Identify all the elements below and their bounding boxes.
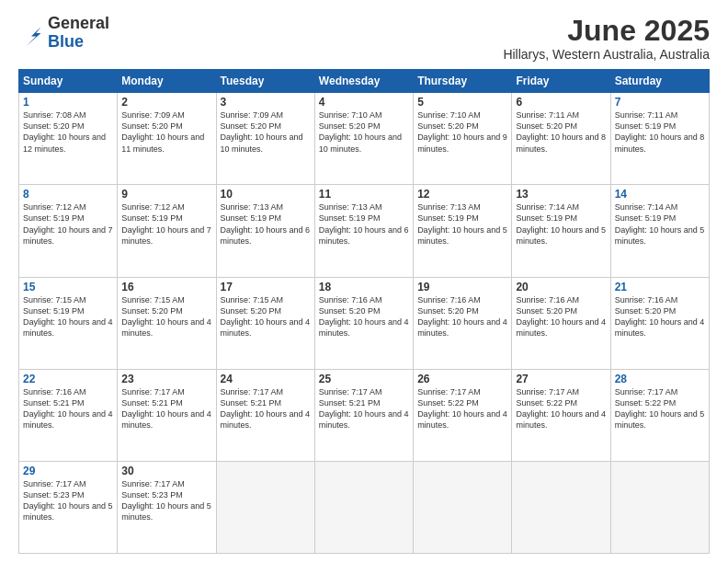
sunrise-label: Sunrise: 7:09 AM <box>121 110 185 120</box>
day-number: 27 <box>516 373 606 385</box>
calendar-week-row: 29 Sunrise: 7:17 AM Sunset: 5:23 PM Dayl… <box>19 461 710 553</box>
header: General Blue June 2025 Hillarys, Western… <box>18 15 710 62</box>
day-info: Sunrise: 7:16 AM Sunset: 5:20 PM Dayligh… <box>417 294 507 339</box>
day-number: 3 <box>221 96 311 109</box>
table-row: 29 Sunrise: 7:17 AM Sunset: 5:23 PM Dayl… <box>19 461 118 553</box>
sunset-label: Sunset: 5:19 PM <box>23 213 85 223</box>
table-row: 23 Sunrise: 7:17 AM Sunset: 5:21 PM Dayl… <box>118 369 216 461</box>
table-row: 14 Sunrise: 7:14 AM Sunset: 5:19 PM Dayl… <box>610 185 709 277</box>
day-info: Sunrise: 7:17 AM Sunset: 5:21 PM Dayligh… <box>121 386 211 431</box>
sunrise-label: Sunrise: 7:17 AM <box>516 387 579 396</box>
day-number: 30 <box>121 465 211 477</box>
day-info: Sunrise: 7:13 AM Sunset: 5:19 PM Dayligh… <box>417 201 507 247</box>
table-row: 21 Sunrise: 7:16 AM Sunset: 5:20 PM Dayl… <box>610 277 709 369</box>
calendar-week-row: 8 Sunrise: 7:12 AM Sunset: 5:19 PM Dayli… <box>19 185 710 277</box>
sunset-label: Sunset: 5:20 PM <box>319 121 381 131</box>
daylight-label: Daylight: 10 hours and 4 minutes. <box>615 317 705 338</box>
table-row: 12 Sunrise: 7:13 AM Sunset: 5:19 PM Dayl… <box>414 185 512 277</box>
day-number: 19 <box>417 281 507 293</box>
table-row <box>512 461 610 553</box>
table-row <box>314 461 413 553</box>
sunset-label: Sunset: 5:20 PM <box>319 306 381 316</box>
sunset-label: Sunset: 5:21 PM <box>319 398 381 408</box>
table-row: 4 Sunrise: 7:10 AM Sunset: 5:20 PM Dayli… <box>314 93 413 185</box>
table-row: 17 Sunrise: 7:15 AM Sunset: 5:20 PM Dayl… <box>216 277 314 369</box>
daylight-label: Daylight: 10 hours and 12 minutes. <box>23 132 106 153</box>
table-row: 6 Sunrise: 7:11 AM Sunset: 5:20 PM Dayli… <box>512 93 610 185</box>
day-info: Sunrise: 7:15 AM Sunset: 5:20 PM Dayligh… <box>121 294 211 339</box>
sunset-label: Sunset: 5:20 PM <box>417 306 479 316</box>
header-saturday: Saturday <box>610 70 709 93</box>
daylight-label: Daylight: 10 hours and 6 minutes. <box>319 225 409 246</box>
daylight-label: Daylight: 10 hours and 5 minutes. <box>615 409 705 430</box>
header-tuesday: Tuesday <box>216 70 314 93</box>
sunrise-label: Sunrise: 7:13 AM <box>417 202 481 212</box>
table-row <box>610 461 709 553</box>
sunset-label: Sunset: 5:19 PM <box>417 213 479 223</box>
sunset-label: Sunset: 5:19 PM <box>221 213 282 223</box>
table-row: 22 Sunrise: 7:16 AM Sunset: 5:21 PM Dayl… <box>19 369 118 461</box>
table-row: 9 Sunrise: 7:12 AM Sunset: 5:19 PM Dayli… <box>118 185 216 277</box>
daylight-label: Daylight: 10 hours and 4 minutes. <box>121 317 211 338</box>
table-row: 10 Sunrise: 7:13 AM Sunset: 5:19 PM Dayl… <box>216 185 314 277</box>
sunset-label: Sunset: 5:19 PM <box>615 213 677 223</box>
sunrise-label: Sunrise: 7:16 AM <box>516 295 579 304</box>
sunrise-label: Sunrise: 7:10 AM <box>319 110 382 120</box>
month-title: June 2025 <box>503 15 710 47</box>
table-row: 15 Sunrise: 7:15 AM Sunset: 5:19 PM Dayl… <box>19 277 118 369</box>
daylight-label: Daylight: 10 hours and 9 minutes. <box>417 132 507 153</box>
sunset-label: Sunset: 5:20 PM <box>23 121 85 131</box>
sunrise-label: Sunrise: 7:17 AM <box>121 387 185 396</box>
sunrise-label: Sunrise: 7:17 AM <box>319 387 382 396</box>
day-number: 15 <box>23 281 113 293</box>
sunset-label: Sunset: 5:21 PM <box>23 398 85 408</box>
table-row: 26 Sunrise: 7:17 AM Sunset: 5:22 PM Dayl… <box>414 369 512 461</box>
sunrise-label: Sunrise: 7:17 AM <box>121 479 185 488</box>
day-number: 2 <box>121 96 211 109</box>
calendar-week-row: 1 Sunrise: 7:08 AM Sunset: 5:20 PM Dayli… <box>19 93 710 185</box>
title-area: June 2025 Hillarys, Western Australia, A… <box>503 15 710 62</box>
sunset-label: Sunset: 5:20 PM <box>516 121 577 131</box>
table-row: 20 Sunrise: 7:16 AM Sunset: 5:20 PM Dayl… <box>512 277 610 369</box>
daylight-label: Daylight: 10 hours and 5 minutes. <box>121 501 211 522</box>
table-row: 24 Sunrise: 7:17 AM Sunset: 5:21 PM Dayl… <box>216 369 314 461</box>
sunrise-label: Sunrise: 7:17 AM <box>417 387 481 396</box>
sunset-label: Sunset: 5:20 PM <box>417 121 479 131</box>
daylight-label: Daylight: 10 hours and 7 minutes. <box>121 225 211 246</box>
sunrise-label: Sunrise: 7:12 AM <box>23 202 86 212</box>
calendar-header-row: Sunday Monday Tuesday Wednesday Thursday… <box>19 70 710 93</box>
sunset-label: Sunset: 5:23 PM <box>23 490 85 500</box>
daylight-label: Daylight: 10 hours and 4 minutes. <box>23 409 113 430</box>
day-number: 9 <box>121 188 211 201</box>
day-number: 26 <box>417 373 507 385</box>
sunrise-label: Sunrise: 7:14 AM <box>615 202 678 212</box>
table-row: 13 Sunrise: 7:14 AM Sunset: 5:19 PM Dayl… <box>512 185 610 277</box>
table-row <box>216 461 314 553</box>
day-info: Sunrise: 7:09 AM Sunset: 5:20 PM Dayligh… <box>221 109 311 155</box>
sunset-label: Sunset: 5:20 PM <box>221 306 282 316</box>
day-info: Sunrise: 7:13 AM Sunset: 5:19 PM Dayligh… <box>221 201 311 247</box>
daylight-label: Daylight: 10 hours and 4 minutes. <box>221 317 311 338</box>
day-number: 22 <box>23 373 113 385</box>
sunrise-label: Sunrise: 7:11 AM <box>516 110 579 120</box>
sunset-label: Sunset: 5:19 PM <box>516 213 577 223</box>
daylight-label: Daylight: 10 hours and 11 minutes. <box>121 132 204 153</box>
sunrise-label: Sunrise: 7:15 AM <box>23 295 86 304</box>
table-row: 5 Sunrise: 7:10 AM Sunset: 5:20 PM Dayli… <box>414 93 512 185</box>
daylight-label: Daylight: 10 hours and 4 minutes. <box>23 317 113 338</box>
table-row: 3 Sunrise: 7:09 AM Sunset: 5:20 PM Dayli… <box>216 93 314 185</box>
daylight-label: Daylight: 10 hours and 8 minutes. <box>516 132 606 153</box>
day-number: 14 <box>615 188 705 201</box>
day-number: 6 <box>516 96 606 109</box>
daylight-label: Daylight: 10 hours and 5 minutes. <box>615 225 705 246</box>
daylight-label: Daylight: 10 hours and 10 minutes. <box>319 132 402 153</box>
daylight-label: Daylight: 10 hours and 4 minutes. <box>319 409 409 430</box>
day-info: Sunrise: 7:17 AM Sunset: 5:22 PM Dayligh… <box>417 386 507 431</box>
sunrise-label: Sunrise: 7:16 AM <box>23 387 86 396</box>
daylight-label: Daylight: 10 hours and 4 minutes. <box>121 409 211 430</box>
day-number: 12 <box>417 188 507 201</box>
sunrise-label: Sunrise: 7:14 AM <box>516 202 579 212</box>
sunset-label: Sunset: 5:22 PM <box>615 398 677 408</box>
table-row: 25 Sunrise: 7:17 AM Sunset: 5:21 PM Dayl… <box>314 369 413 461</box>
table-row: 1 Sunrise: 7:08 AM Sunset: 5:20 PM Dayli… <box>19 93 118 185</box>
